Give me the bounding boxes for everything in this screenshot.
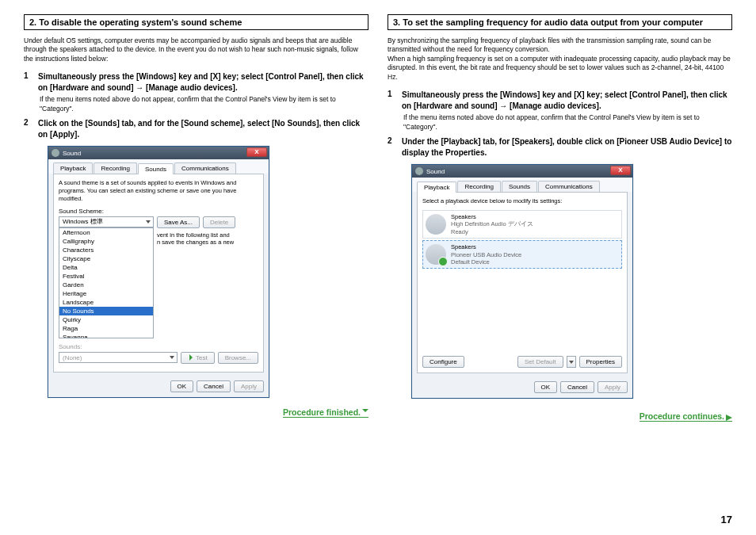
right-column: 3. To set the sampling frequency for aud…	[388, 14, 732, 422]
save-as-button[interactable]: Save As...	[157, 216, 200, 228]
list-item[interactable]: Garden	[59, 281, 153, 289]
step-note: If the menu items noted above do not app…	[38, 95, 368, 113]
set-default-button[interactable]: Set Default	[517, 356, 563, 368]
list-item[interactable]: Delta	[59, 263, 153, 272]
properties-button[interactable]: Properties	[579, 356, 622, 368]
apply-button[interactable]: Apply	[598, 381, 628, 393]
device-sub: High Definition Audio デバイス	[451, 220, 533, 227]
device-status: Default Device	[451, 258, 521, 266]
page: 2. To disable the operating system's sou…	[24, 14, 732, 422]
device-sub: Pioneer USB Audio Device	[451, 251, 521, 258]
list-item[interactable]: Cityscape	[59, 254, 153, 263]
step-1: 1 Simultaneously press the [Windows] key…	[388, 90, 732, 132]
device-status: Ready	[451, 228, 533, 235]
tab-recording[interactable]: Recording	[457, 181, 500, 192]
window-title: Sound	[426, 168, 445, 175]
list-item[interactable]: Afternoon	[59, 228, 153, 237]
list-item[interactable]: Raga	[59, 324, 153, 333]
list-item[interactable]: Heritage	[59, 289, 153, 298]
set-default-dropdown[interactable]	[567, 356, 576, 368]
step-1: 1 Simultaneously press the [Windows] key…	[24, 71, 368, 113]
procedure-continues: Procedure continues.	[640, 411, 732, 422]
delete-button[interactable]: Delete	[203, 216, 235, 228]
intro-text: Under default OS settings, computer even…	[24, 36, 368, 63]
device-row-selected[interactable]: Speakers Pioneer USB Audio Device Defaul…	[422, 240, 622, 269]
arrow-icon	[726, 415, 732, 421]
step-title: Click on the [Sounds] tab, and for the […	[38, 118, 368, 139]
list-item[interactable]: Landscape	[59, 298, 153, 307]
scheme-listbox[interactable]: Afternoon Calligraphy Characters Citysca…	[59, 227, 154, 338]
cancel-button[interactable]: Cancel	[197, 380, 231, 392]
close-button[interactable]: X	[610, 166, 631, 175]
test-button[interactable]: Test	[181, 352, 215, 364]
list-item[interactable]: Calligraphy	[59, 237, 153, 246]
step-number: 1	[388, 90, 395, 132]
left-column: 2. To disable the operating system's sou…	[24, 14, 368, 422]
window-title: Sound	[63, 150, 81, 157]
truncated-text: vent in the following list and n save th…	[157, 231, 258, 247]
dialog-desc: A sound theme is a set of sounds applied…	[59, 179, 258, 202]
sound-dialog-playback: Sound X Playback Recording Sounds Commun…	[411, 164, 732, 399]
list-item[interactable]: Characters	[59, 246, 153, 254]
list-item[interactable]: Festival	[59, 272, 153, 281]
step-number: 2	[24, 118, 32, 139]
sounds-label: Sounds:	[59, 343, 258, 350]
list-item[interactable]: Quirky	[59, 315, 153, 324]
tab-playback[interactable]: Playback	[53, 162, 93, 174]
step-title: Simultaneously press the [Windows] key a…	[38, 71, 368, 93]
page-number: 17	[721, 514, 732, 525]
step-note: If the menu items noted above do not app…	[402, 113, 732, 132]
sounds-dropdown[interactable]: (None)	[59, 352, 178, 363]
apply-button[interactable]: Apply	[234, 380, 264, 392]
sound-dialog-sounds: Sound X Playback Recording Sounds Commun…	[48, 146, 368, 397]
scheme-dropdown[interactable]: Windows 標準	[59, 216, 154, 227]
device-row[interactable]: Speakers High Definition Audio デバイス Read…	[422, 210, 622, 239]
section-header-2: 2. To disable the operating system's sou…	[24, 14, 368, 30]
titlebar: Sound X	[412, 165, 632, 178]
configure-button[interactable]: Configure	[422, 356, 464, 368]
step-2: 2 Under the [Playback] tab, for [Speaker…	[388, 136, 732, 158]
tab-communications[interactable]: Communications	[174, 162, 236, 174]
play-icon	[189, 354, 193, 361]
tab-sounds[interactable]: Sounds	[138, 163, 174, 174]
section-header-3: 3. To set the sampling frequency for aud…	[388, 14, 732, 30]
step-2: 2 Click on the [Sounds] tab, and for the…	[24, 118, 368, 139]
list-item-selected[interactable]: No Sounds	[59, 307, 153, 315]
device-name: Speakers	[451, 213, 533, 220]
titlebar: Sound X	[48, 147, 269, 159]
step-number: 2	[388, 136, 395, 158]
ok-button[interactable]: OK	[534, 381, 558, 393]
arrow-icon	[362, 409, 368, 415]
browse-button[interactable]: Browse...	[218, 352, 258, 364]
intro-text: By synchronizing the sampling frequency …	[388, 36, 732, 82]
tab-communications[interactable]: Communications	[538, 181, 600, 192]
speaker-icon	[426, 214, 446, 235]
tab-recording[interactable]: Recording	[94, 162, 136, 174]
close-button[interactable]: X	[246, 147, 267, 157]
speaker-icon	[426, 244, 446, 265]
step-title: Under the [Playback] tab, for [Speakers]…	[402, 136, 732, 158]
tab-sounds[interactable]: Sounds	[502, 181, 537, 192]
cancel-button[interactable]: Cancel	[560, 381, 594, 393]
ok-button[interactable]: OK	[170, 380, 194, 392]
scheme-label: Sound Scheme:	[59, 208, 258, 215]
procedure-finished: Procedure finished.	[283, 407, 368, 418]
step-number: 1	[24, 71, 32, 113]
gear-icon	[415, 167, 423, 175]
gear-icon	[52, 149, 59, 157]
dialog-desc: Select a playback device below to modify…	[422, 197, 622, 205]
tabs: Playback Recording Sounds Communications	[412, 178, 632, 192]
tabs: Playback Recording Sounds Communications	[48, 159, 269, 174]
step-title: Simultaneously press the [Windows] key a…	[402, 90, 732, 111]
tab-playback[interactable]: Playback	[417, 182, 456, 193]
device-name: Speakers	[451, 243, 521, 250]
list-item[interactable]: Savanna	[59, 333, 153, 338]
